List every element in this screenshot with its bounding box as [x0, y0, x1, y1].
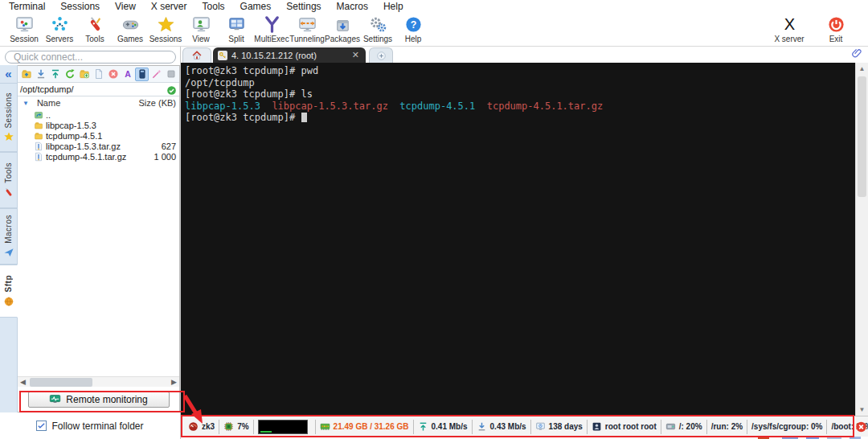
- status-segment-0-43-mb-s: 0.43 Mb/s: [472, 420, 530, 434]
- toolbar-button-sessions[interactable]: Sessions: [148, 14, 183, 43]
- sftp-horizontal-scrollbar[interactable]: ◀ ▶: [18, 376, 179, 387]
- menu-tools[interactable]: Tools: [195, 1, 233, 12]
- toolbar-label: Help: [405, 35, 422, 43]
- terminal-line: [root@zk3 tcpdump]# ls: [185, 88, 851, 101]
- globe-icon: [3, 296, 14, 307]
- session-icon: [15, 15, 34, 34]
- sidebar-tab-sftp[interactable]: Sftp: [0, 265, 18, 318]
- terminal-vertical-scrollbar[interactable]: ▲ ▼: [855, 63, 868, 416]
- sidebar-tab-tools[interactable]: Tools: [0, 152, 18, 208]
- scroll-thumb[interactable]: [30, 378, 92, 387]
- tab-close-icon[interactable]: ✕: [350, 50, 361, 60]
- sftp-tool-delete[interactable]: [106, 68, 120, 81]
- file-row[interactable]: libpcap-1.5.3: [18, 120, 179, 130]
- active-terminal-tab[interactable]: 4. 10.15.21.212 (root) ✕: [213, 47, 366, 63]
- toolbar-button-multiexec[interactable]: MultiExec: [254, 14, 289, 43]
- toolbar-button-tools[interactable]: Tools: [77, 14, 113, 43]
- terminal-column: 4. 10.15.21.212 (root) ✕ [root@zk3 tcpdu…: [181, 47, 868, 439]
- parent-folder-icon: [34, 110, 43, 120]
- quick-connect-input[interactable]: [5, 51, 176, 64]
- refresh-icon: [64, 68, 76, 80]
- scroll-track[interactable]: [28, 377, 169, 387]
- sidebar-tab-sessions[interactable]: Sessions: [0, 83, 18, 152]
- status-text: 21.49 GB / 31.26 GB: [334, 422, 409, 431]
- folder-up-icon: [21, 68, 32, 80]
- toolbar-button-split[interactable]: Split: [219, 14, 254, 43]
- status-segment-20: /: 20%: [661, 420, 706, 434]
- sftp-tool-new-folder[interactable]: [77, 68, 91, 81]
- file-list-header[interactable]: ▼ Name Size (KB): [18, 96, 179, 109]
- sftp-tool-wand[interactable]: [149, 68, 163, 81]
- sftp-tool-folder-up[interactable]: [19, 68, 33, 81]
- menu-x-server[interactable]: X server: [144, 1, 195, 12]
- menu-sessions[interactable]: Sessions: [53, 1, 108, 12]
- toolbar-button-settings[interactable]: Settings: [360, 14, 395, 43]
- sidebar-collapse-button[interactable]: «: [5, 65, 11, 83]
- file-list-empty-area: [18, 162, 179, 376]
- toolbar-button-servers[interactable]: Servers: [42, 14, 77, 43]
- sftp-path-input[interactable]: /opt/tcpdump/: [20, 84, 166, 94]
- file-row[interactable]: ..: [18, 109, 179, 120]
- toolbar-label: Settings: [363, 35, 392, 43]
- menu-macros[interactable]: Macros: [330, 1, 376, 12]
- column-name[interactable]: Name: [37, 98, 134, 108]
- statusbar-close-button[interactable]: [855, 421, 867, 433]
- active-tab-label: 4. 10.15.21.212 (root): [231, 51, 346, 60]
- toolbar-button-packages[interactable]: Packages: [325, 14, 360, 43]
- terminal-cursor: [301, 113, 307, 122]
- sftp-tool-properties[interactable]: [164, 68, 178, 81]
- toolbar-button-xserver[interactable]: XX server: [772, 14, 807, 43]
- toolbar-button-session[interactable]: Session: [6, 14, 42, 43]
- menu-terminal[interactable]: Terminal: [2, 1, 53, 12]
- terminal-screen[interactable]: [root@zk3 tcpdump]# pwd/opt/tcpdump[root…: [181, 63, 855, 416]
- toolbar-label: Tools: [85, 35, 104, 43]
- menu-help[interactable]: Help: [376, 1, 411, 12]
- toolbar-label: X server: [774, 35, 804, 43]
- toolbar-button-view[interactable]: View: [183, 14, 219, 43]
- sftp-tool-rename[interactable]: A: [121, 68, 134, 81]
- file-row[interactable]: tcpdump-4.5.1.tar.gz1 000: [18, 151, 179, 162]
- scroll-thumb[interactable]: [858, 76, 866, 197]
- attachments-paperclip-icon[interactable]: [851, 47, 863, 59]
- toolbar-button-exit[interactable]: Exit: [818, 14, 854, 43]
- home-tab[interactable]: [182, 47, 211, 63]
- sftp-tool-new-file[interactable]: [92, 68, 105, 81]
- sidebar-tab-label: Sessions: [4, 92, 13, 129]
- toolbar-label: Packages: [325, 35, 360, 43]
- column-size[interactable]: Size (KB): [134, 98, 176, 108]
- menu-games[interactable]: Games: [233, 1, 280, 12]
- scroll-up-arrow[interactable]: ▲: [856, 63, 868, 75]
- split-icon: [227, 15, 246, 34]
- sort-indicator-icon: ▼: [23, 100, 29, 107]
- file-row[interactable]: tcpdump-4.5.1: [18, 130, 179, 141]
- sidebar-tab-label: Sftp: [4, 275, 13, 292]
- exit-icon: [827, 15, 845, 34]
- sftp-tool-refresh[interactable]: [63, 68, 76, 81]
- knife-icon: [3, 187, 14, 198]
- plane-icon: [3, 247, 14, 258]
- sftp-tool-download[interactable]: [34, 68, 47, 81]
- scroll-right-arrow[interactable]: ▶: [169, 378, 179, 386]
- menu-settings[interactable]: Settings: [279, 1, 329, 12]
- toolbar-label: Split: [228, 35, 244, 43]
- scroll-down-arrow[interactable]: ▼: [856, 404, 868, 416]
- menu-view[interactable]: View: [108, 1, 144, 12]
- sidebar-tab-macros[interactable]: Macros: [0, 208, 18, 265]
- quick-connect-wrap: [0, 47, 180, 65]
- remote-monitoring-button[interactable]: Remote monitoring: [28, 392, 170, 408]
- follow-terminal-folder-checkbox[interactable]: [36, 421, 47, 431]
- uptime-icon: [535, 421, 546, 432]
- scroll-left-arrow[interactable]: ◀: [18, 378, 28, 386]
- archive-icon: [34, 142, 43, 151]
- toolbar-button-help[interactable]: ?Help: [395, 14, 431, 43]
- sftp-tool-sync-terminal[interactable]: [135, 68, 149, 81]
- scroll-track[interactable]: [856, 75, 868, 404]
- sftp-tool-upload[interactable]: [48, 68, 62, 81]
- main-toolbar: SessionServersToolsGamesSessionsViewSpli…: [0, 13, 868, 47]
- menubar: TerminalSessionsViewX serverToolsGamesSe…: [0, 0, 868, 13]
- download-icon: [35, 68, 47, 80]
- toolbar-button-tunneling[interactable]: Tunneling: [289, 14, 325, 43]
- toolbar-button-games[interactable]: Games: [113, 14, 148, 43]
- new-tab-button[interactable]: [369, 47, 393, 63]
- file-row[interactable]: libpcap-1.5.3.tar.gz627: [18, 141, 179, 151]
